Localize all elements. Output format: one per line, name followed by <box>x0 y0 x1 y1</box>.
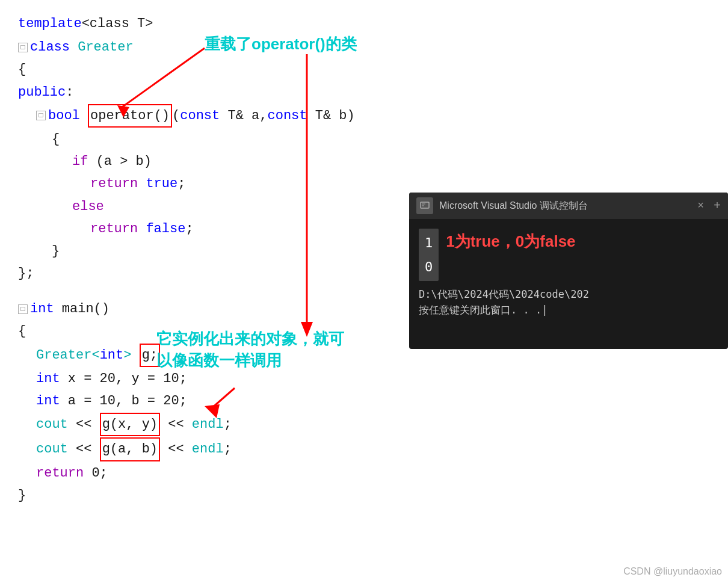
svg-rect-6 <box>421 202 429 208</box>
annotation-operator: 重载了operator()的类 <box>205 34 357 55</box>
code-line-9: else <box>72 196 409 217</box>
code-line-3: { <box>18 59 409 80</box>
operator-box: operator() <box>88 104 172 128</box>
keyword-class: class <box>30 37 70 58</box>
terminal-titlebar: Microsoft Visual Studio 调试控制台 × + <box>409 193 728 219</box>
g-xy-box: g(x, y) <box>100 413 160 436</box>
code-line-10: return false ; <box>90 218 409 239</box>
class-name: Greater <box>70 37 134 58</box>
code-line-18: cout << g(x, y) << endl ; <box>36 413 409 436</box>
keyword-public: public <box>18 82 66 103</box>
collapse-icon-2[interactable]: □ <box>36 111 46 120</box>
keyword-endl-1: endl <box>192 414 224 435</box>
output-annotation: 1为true，0为false <box>446 231 575 252</box>
code-line-20: return 0; <box>36 463 409 484</box>
keyword-cout-2: cout <box>36 439 68 460</box>
greater-type: Greater< <box>36 345 100 366</box>
g-ab-box: g(a, b) <box>100 437 160 461</box>
code-line-8: return true ; <box>90 173 409 194</box>
terminal-output-row: 10 1为true，0为false <box>419 229 718 281</box>
keyword-return-2: return <box>90 218 138 239</box>
output-numbers: 10 <box>419 229 439 281</box>
code-line-5: □ bool operator() (const T& a,const T& b… <box>36 104 409 128</box>
code-line-11: } <box>52 241 409 262</box>
code-line-7: if (a > b) <box>72 151 409 172</box>
keyword-else: else <box>72 196 104 217</box>
code-area: template<class T> □ class Greater { publ… <box>0 0 421 583</box>
code-line-13: □ int main() <box>18 298 409 319</box>
code-line-4: public: <box>18 82 409 103</box>
code-line-17: int a = 10, b = 20; <box>36 390 409 412</box>
terminal-body: 10 1为true，0为false D:\代码\2024代码\2024code\… <box>409 219 728 324</box>
keyword-return-1: return <box>90 173 138 194</box>
terminal-title: Microsoft Visual Studio 调试控制台 <box>439 200 688 212</box>
watermark: CSDN @liuyundaoxiao <box>623 566 722 577</box>
collapse-icon-3[interactable]: □ <box>18 304 28 314</box>
keyword-if: if <box>72 151 88 172</box>
keyword-bool: bool <box>48 105 80 126</box>
keyword-true: true <box>146 173 177 194</box>
keyword-template: template <box>18 13 82 34</box>
code-line-1: template<class T> <box>18 13 409 34</box>
code-line-19: cout << g(a, b) << endl ; <box>36 437 409 461</box>
terminal-app-icon <box>416 197 433 214</box>
terminal-plus-button[interactable]: + <box>714 199 721 213</box>
terminal-close-button[interactable]: × <box>694 200 708 212</box>
output-path: D:\代码\2024代码\2024code\202 按任意键关闭此窗口. . .… <box>419 287 718 318</box>
terminal-window: Microsoft Visual Studio 调试控制台 × + 10 1为t… <box>409 193 728 349</box>
annotation-instance: 它实例化出来的对象，就可 以像函数一样调用 <box>156 328 391 372</box>
code-line-21: } <box>18 485 409 506</box>
keyword-cout-1: cout <box>36 414 68 435</box>
keyword-int-x: int <box>36 368 60 389</box>
keyword-int-a: int <box>36 390 60 412</box>
code-line-12: }; <box>18 263 409 284</box>
keyword-int-main: int <box>30 298 54 319</box>
keyword-false: false <box>146 218 185 239</box>
collapse-icon-1[interactable]: □ <box>18 43 28 52</box>
keyword-endl-2: endl <box>192 439 224 460</box>
code-line-6: { <box>52 129 409 150</box>
keyword-return-3: return <box>36 463 84 484</box>
